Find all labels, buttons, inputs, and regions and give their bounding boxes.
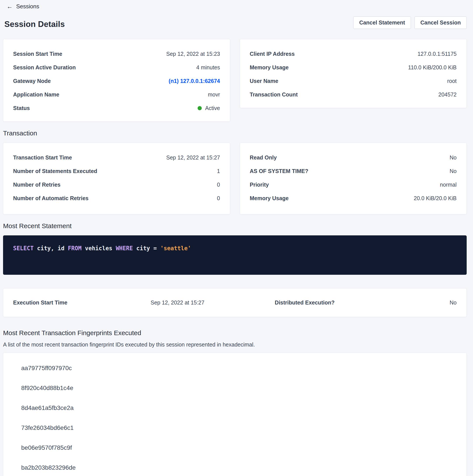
transaction-cards: Transaction Start TimeSep 12, 2022 at 15… [3, 143, 467, 214]
session-overview-cards: Session Start TimeSep 12, 2022 at 15:23S… [3, 39, 467, 122]
row-label: AS OF SYSTEM TIME? [250, 168, 309, 174]
fingerprints-card: aa79775ff097970c8f920c40d88b1c4e8d4ae61a… [3, 353, 467, 476]
statement-section-title: Most Recent Statement [3, 222, 467, 230]
transaction-fingerprint-id: 73fe26034bd6e6c1 [21, 424, 457, 431]
execution-card: Execution Start Time Sep 12, 2022 at 15:… [3, 288, 467, 317]
row-value: 0 [217, 182, 220, 188]
detail-row: Application Namemovr [13, 88, 220, 101]
row-value: Sep 12, 2022 at 15:23 [166, 51, 220, 57]
sql-token-id: city = [133, 245, 160, 252]
distributed-execution-label: Distributed Execution? [275, 299, 368, 306]
detail-row: Memory Usage20.0 KiB/20.0 KiB [250, 191, 457, 205]
row-value: 204572 [439, 91, 457, 98]
row-label: Application Name [13, 91, 59, 98]
transaction-fingerprint-id: ba2b203b823296de [21, 464, 457, 471]
detail-row: Client IP Address127.0.0.1:51175 [250, 47, 457, 61]
row-label: Priority [250, 182, 269, 188]
transaction-fingerprint-id: 8f920c40d88b1c4e [21, 385, 457, 391]
row-value: 20.0 KiB/20.0 KiB [414, 195, 457, 202]
row-value: root [447, 78, 457, 84]
row-value: No [450, 154, 457, 161]
sql-statement-box: SELECT city, id FROM vehicles WHERE city… [3, 235, 467, 275]
cancel-statement-button[interactable]: Cancel Statement [353, 17, 411, 29]
transaction-fingerprint-id: 8d4ae61a5fb3ce2a [21, 405, 457, 411]
session-details-card: Session Start TimeSep 12, 2022 at 15:23S… [3, 39, 230, 122]
sql-token-id: vehicles [82, 245, 116, 252]
status-active-dot [197, 106, 202, 110]
row-label: Transaction Count [250, 91, 298, 98]
detail-row: AS OF SYSTEM TIME?No [250, 164, 457, 178]
distributed-execution-value: No [368, 299, 457, 306]
detail-row: Session Active Duration4 minutes [13, 61, 220, 74]
header-buttons: Cancel Statement Cancel Session [353, 17, 467, 29]
back-to-sessions-link[interactable]: ← Sessions [3, 2, 41, 11]
sql-token-kw: FROM [68, 245, 82, 252]
detail-row: User Nameroot [250, 74, 457, 88]
detail-row: Transaction Start TimeSep 12, 2022 at 15… [13, 151, 220, 164]
sql-token-kw: SELECT [13, 245, 34, 252]
row-label: Client IP Address [250, 51, 295, 57]
fingerprints-section-title: Most Recent Transaction Fingerprints Exe… [3, 329, 467, 337]
row-label: Number of Retries [13, 182, 61, 188]
row-value: Sep 12, 2022 at 15:27 [166, 154, 220, 161]
transaction-section-title: Transaction [3, 130, 467, 137]
detail-row: Read OnlyNo [250, 151, 457, 164]
detail-row: Number of Statements Executed1 [13, 164, 220, 178]
row-value: 0 [217, 195, 220, 202]
row-value: No [450, 168, 457, 174]
row-label: Status [13, 105, 30, 111]
detail-row: Prioritynormal [250, 178, 457, 191]
row-label: Number of Statements Executed [13, 168, 97, 174]
row-label: Session Active Duration [13, 64, 76, 71]
row-value: 127.0.0.1:51175 [418, 51, 457, 57]
cancel-session-button[interactable]: Cancel Session [414, 17, 467, 29]
row-value: movr [208, 91, 220, 98]
client-details-card: Client IP Address127.0.0.1:51175Memory U… [240, 39, 467, 108]
fingerprints-section: Most Recent Transaction Fingerprints Exe… [3, 329, 467, 476]
detail-row: Transaction Count204572 [250, 88, 457, 101]
execution-start-time-value: Sep 12, 2022 at 15:27 [151, 299, 275, 306]
row-label: Session Start Time [13, 51, 62, 57]
row-label: Memory Usage [250, 195, 289, 202]
row-label: Read Only [250, 154, 277, 161]
detail-row: Memory Usage110.0 KiB/200.0 KiB [250, 61, 457, 74]
row-label: Transaction Start Time [13, 154, 72, 161]
detail-row: Gateway Node(n1) 127.0.0.1:62674 [13, 74, 220, 88]
row-label: User Name [250, 78, 278, 84]
fingerprints-section-description: A list of the most recent transaction fi… [3, 341, 467, 348]
row-label: Memory Usage [250, 64, 289, 71]
detail-row: Number of Automatic Retries0 [13, 191, 220, 205]
page-title: Session Details [4, 20, 65, 29]
transaction-left-card: Transaction Start TimeSep 12, 2022 at 15… [3, 143, 230, 214]
gateway-node-link[interactable]: (n1) 127.0.0.1:62674 [169, 78, 220, 84]
detail-row: StatusActive [13, 101, 220, 115]
status-value: Active [197, 105, 220, 111]
detail-row: Number of Retries0 [13, 178, 220, 191]
row-value: 4 minutes [196, 64, 220, 71]
row-value: 1 [217, 168, 220, 174]
execution-start-time-label: Execution Start Time [13, 299, 151, 306]
row-value: 110.0 KiB/200.0 KiB [408, 64, 457, 71]
detail-row: Session Start TimeSep 12, 2022 at 15:23 [13, 47, 220, 61]
sql-token-id: city, id [34, 245, 68, 252]
row-label: Number of Automatic Retries [13, 195, 89, 202]
row-label: Gateway Node [13, 78, 51, 84]
page-header: Session Details Cancel Statement Cancel … [3, 17, 467, 29]
transaction-fingerprint-id: be06e9570f785c9f [21, 444, 457, 451]
row-value: normal [440, 182, 457, 188]
sql-token-kw: WHERE [116, 245, 133, 252]
transaction-fingerprint-id: aa79775ff097970c [21, 365, 457, 372]
transaction-right-card: Read OnlyNoAS OF SYSTEM TIME?NoPriorityn… [240, 143, 467, 214]
sql-token-str: 'seattle' [160, 245, 191, 252]
back-link-label: Sessions [16, 3, 39, 10]
back-arrow-icon: ← [7, 3, 13, 10]
